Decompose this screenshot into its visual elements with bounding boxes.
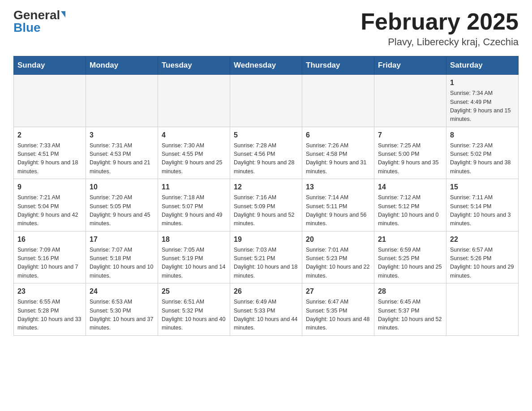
day-number-4: 4 xyxy=(162,130,226,141)
day-number-3: 3 xyxy=(90,130,154,141)
day-info-18: Sunrise: 7:05 AMSunset: 5:19 PMDaylight:… xyxy=(162,246,226,281)
page-header: GeneralBlue February 2025 Plavy, Liberec… xyxy=(13,9,519,48)
day-info-9: Sunrise: 7:21 AMSunset: 5:04 PMDaylight:… xyxy=(17,193,82,228)
day-info-22: Sunrise: 6:57 AMSunset: 5:26 PMDaylight:… xyxy=(450,246,515,281)
calendar-cell-week2-day4: 5Sunrise: 7:28 AMSunset: 4:56 PMDaylight… xyxy=(230,127,302,179)
day-info-7: Sunrise: 7:25 AMSunset: 5:00 PMDaylight:… xyxy=(378,141,442,176)
calendar-cell-week1-day4 xyxy=(230,75,302,127)
logo: GeneralBlue xyxy=(13,9,65,34)
calendar-cell-week3-day6: 14Sunrise: 7:12 AMSunset: 5:12 PMDayligh… xyxy=(374,179,446,231)
day-info-26: Sunrise: 6:49 AMSunset: 5:33 PMDaylight:… xyxy=(234,298,298,333)
day-info-28: Sunrise: 6:45 AMSunset: 5:37 PMDaylight:… xyxy=(378,298,442,333)
calendar-cell-week4-day7: 22Sunrise: 6:57 AMSunset: 5:26 PMDayligh… xyxy=(446,231,519,283)
calendar-cell-week2-day6: 7Sunrise: 7:25 AMSunset: 5:00 PMDaylight… xyxy=(374,127,446,179)
day-number-28: 28 xyxy=(378,286,442,297)
day-number-1: 1 xyxy=(450,77,515,88)
location-subtitle: Plavy, Liberecky kraj, Czechia xyxy=(360,36,519,48)
calendar-cell-week5-day1: 23Sunrise: 6:55 AMSunset: 5:28 PMDayligh… xyxy=(14,283,86,336)
day-number-8: 8 xyxy=(450,130,515,141)
calendar-week-1: 1Sunrise: 7:34 AMSunset: 4:49 PMDaylight… xyxy=(14,75,519,127)
day-info-10: Sunrise: 7:20 AMSunset: 5:05 PMDaylight:… xyxy=(90,193,154,228)
calendar-cell-week2-day3: 4Sunrise: 7:30 AMSunset: 4:55 PMDaylight… xyxy=(158,127,230,179)
day-number-5: 5 xyxy=(234,130,298,141)
calendar-table: Sunday Monday Tuesday Wednesday Thursday… xyxy=(13,56,519,336)
calendar-cell-week4-day4: 19Sunrise: 7:03 AMSunset: 5:21 PMDayligh… xyxy=(230,231,302,283)
day-number-6: 6 xyxy=(306,130,370,141)
day-number-10: 10 xyxy=(90,182,154,193)
calendar-cell-week4-day1: 16Sunrise: 7:09 AMSunset: 5:16 PMDayligh… xyxy=(14,231,86,283)
header-friday: Friday xyxy=(374,56,446,75)
calendar-cell-week4-day3: 18Sunrise: 7:05 AMSunset: 5:19 PMDayligh… xyxy=(158,231,230,283)
logo-text: GeneralBlue xyxy=(13,9,65,34)
day-number-2: 2 xyxy=(17,130,82,141)
day-number-11: 11 xyxy=(162,182,226,193)
day-info-11: Sunrise: 7:18 AMSunset: 5:07 PMDaylight:… xyxy=(162,193,226,228)
day-number-27: 27 xyxy=(306,286,370,297)
calendar-cell-week4-day5: 20Sunrise: 7:01 AMSunset: 5:23 PMDayligh… xyxy=(302,231,374,283)
calendar-cell-week1-day6 xyxy=(374,75,446,127)
day-number-15: 15 xyxy=(450,182,515,193)
day-info-16: Sunrise: 7:09 AMSunset: 5:16 PMDaylight:… xyxy=(17,246,82,281)
day-info-27: Sunrise: 6:47 AMSunset: 5:35 PMDaylight:… xyxy=(306,298,370,333)
day-number-13: 13 xyxy=(306,182,370,193)
calendar-cell-week5-day3: 25Sunrise: 6:51 AMSunset: 5:32 PMDayligh… xyxy=(158,283,230,336)
calendar-cell-week3-day5: 13Sunrise: 7:14 AMSunset: 5:11 PMDayligh… xyxy=(302,179,374,231)
header-sunday: Sunday xyxy=(14,56,86,75)
day-info-23: Sunrise: 6:55 AMSunset: 5:28 PMDaylight:… xyxy=(17,298,82,333)
calendar-cell-week1-day5 xyxy=(302,75,374,127)
day-number-21: 21 xyxy=(378,234,442,245)
day-info-5: Sunrise: 7:28 AMSunset: 4:56 PMDaylight:… xyxy=(234,141,298,176)
day-info-21: Sunrise: 6:59 AMSunset: 5:25 PMDaylight:… xyxy=(378,246,442,281)
calendar-cell-week1-day1 xyxy=(14,75,86,127)
day-number-25: 25 xyxy=(162,286,226,297)
calendar-cell-week2-day1: 2Sunrise: 7:33 AMSunset: 4:51 PMDaylight… xyxy=(14,127,86,179)
day-number-18: 18 xyxy=(162,234,226,245)
calendar-cell-week1-day3 xyxy=(158,75,230,127)
calendar-cell-week5-day2: 24Sunrise: 6:53 AMSunset: 5:30 PMDayligh… xyxy=(86,283,158,336)
calendar-cell-week2-day5: 6Sunrise: 7:26 AMSunset: 4:58 PMDaylight… xyxy=(302,127,374,179)
day-number-12: 12 xyxy=(234,182,298,193)
day-number-14: 14 xyxy=(378,182,442,193)
day-number-20: 20 xyxy=(306,234,370,245)
logo-blue-text: Blue xyxy=(13,21,41,34)
month-title: February 2025 xyxy=(360,9,519,34)
calendar-cell-week5-day7 xyxy=(446,283,519,336)
calendar-cell-week5-day5: 27Sunrise: 6:47 AMSunset: 5:35 PMDayligh… xyxy=(302,283,374,336)
calendar-week-3: 9Sunrise: 7:21 AMSunset: 5:04 PMDaylight… xyxy=(14,179,519,231)
day-number-19: 19 xyxy=(234,234,298,245)
calendar-cell-week3-day7: 15Sunrise: 7:11 AMSunset: 5:14 PMDayligh… xyxy=(446,179,519,231)
calendar-week-5: 23Sunrise: 6:55 AMSunset: 5:28 PMDayligh… xyxy=(14,283,519,336)
title-area: February 2025 Plavy, Liberecky kraj, Cze… xyxy=(360,9,519,48)
day-info-3: Sunrise: 7:31 AMSunset: 4:53 PMDaylight:… xyxy=(90,141,154,176)
calendar-cell-week3-day1: 9Sunrise: 7:21 AMSunset: 5:04 PMDaylight… xyxy=(14,179,86,231)
header-tuesday: Tuesday xyxy=(158,56,230,75)
day-info-2: Sunrise: 7:33 AMSunset: 4:51 PMDaylight:… xyxy=(17,141,82,176)
calendar-cell-week3-day4: 12Sunrise: 7:16 AMSunset: 5:09 PMDayligh… xyxy=(230,179,302,231)
day-number-9: 9 xyxy=(17,182,82,193)
calendar-week-2: 2Sunrise: 7:33 AMSunset: 4:51 PMDaylight… xyxy=(14,127,519,179)
day-info-13: Sunrise: 7:14 AMSunset: 5:11 PMDaylight:… xyxy=(306,193,370,228)
day-number-23: 23 xyxy=(17,286,82,297)
day-info-19: Sunrise: 7:03 AMSunset: 5:21 PMDaylight:… xyxy=(234,246,298,281)
day-number-26: 26 xyxy=(234,286,298,297)
logo-triangle-icon xyxy=(61,11,65,17)
calendar-cell-week5-day4: 26Sunrise: 6:49 AMSunset: 5:33 PMDayligh… xyxy=(230,283,302,336)
day-number-16: 16 xyxy=(17,234,82,245)
day-number-22: 22 xyxy=(450,234,515,245)
calendar-cell-week4-day6: 21Sunrise: 6:59 AMSunset: 5:25 PMDayligh… xyxy=(374,231,446,283)
day-info-25: Sunrise: 6:51 AMSunset: 5:32 PMDaylight:… xyxy=(162,298,226,333)
day-number-24: 24 xyxy=(90,286,154,297)
day-info-6: Sunrise: 7:26 AMSunset: 4:58 PMDaylight:… xyxy=(306,141,370,176)
calendar-cell-week3-day2: 10Sunrise: 7:20 AMSunset: 5:05 PMDayligh… xyxy=(86,179,158,231)
calendar-cell-week1-day2 xyxy=(86,75,158,127)
day-info-8: Sunrise: 7:23 AMSunset: 5:02 PMDaylight:… xyxy=(450,141,515,176)
day-info-12: Sunrise: 7:16 AMSunset: 5:09 PMDaylight:… xyxy=(234,193,298,228)
header-wednesday: Wednesday xyxy=(230,56,302,75)
day-info-4: Sunrise: 7:30 AMSunset: 4:55 PMDaylight:… xyxy=(162,141,226,176)
day-info-24: Sunrise: 6:53 AMSunset: 5:30 PMDaylight:… xyxy=(90,298,154,333)
day-info-15: Sunrise: 7:11 AMSunset: 5:14 PMDaylight:… xyxy=(450,193,515,228)
header-thursday: Thursday xyxy=(302,56,374,75)
calendar-week-4: 16Sunrise: 7:09 AMSunset: 5:16 PMDayligh… xyxy=(14,231,519,283)
calendar-cell-week1-day7: 1Sunrise: 7:34 AMSunset: 4:49 PMDaylight… xyxy=(446,75,519,127)
calendar-cell-week4-day2: 17Sunrise: 7:07 AMSunset: 5:18 PMDayligh… xyxy=(86,231,158,283)
